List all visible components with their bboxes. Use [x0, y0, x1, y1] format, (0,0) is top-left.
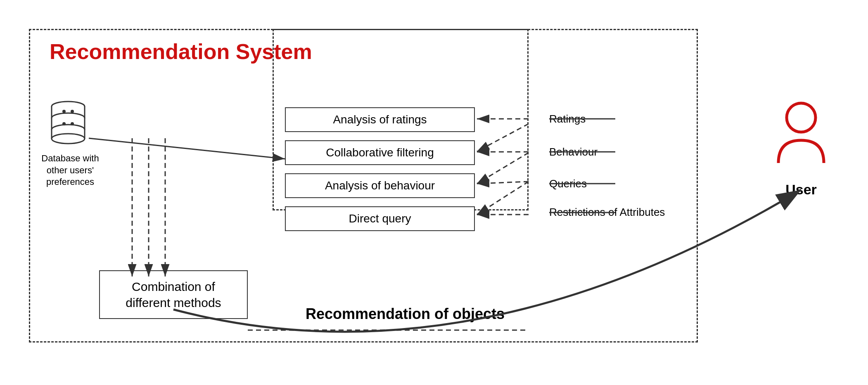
method-ratings-label: Analysis of ratings: [333, 113, 427, 126]
method-box-ratings: Analysis of ratings: [285, 107, 475, 132]
svg-point-12: [52, 134, 85, 144]
svg-point-14: [71, 110, 74, 113]
method-box-query: Direct query: [285, 206, 475, 231]
database-icon: [50, 99, 87, 146]
right-label-queries: Queries: [549, 177, 587, 190]
svg-point-15: [62, 122, 66, 125]
diagram-container: Recommendation System Da: [17, 17, 851, 367]
user-icon: [776, 99, 826, 167]
diagram-title: Recommendation System: [50, 39, 312, 64]
method-query-label: Direct query: [349, 212, 411, 225]
combination-box: Combination of different methods: [99, 270, 248, 319]
svg-point-16: [71, 122, 74, 125]
svg-point-13: [62, 110, 66, 113]
method-box-collab: Collaborative filtering: [285, 140, 475, 165]
database-label: Database with other users' preferences: [37, 153, 103, 188]
combination-label: Combination of different methods: [126, 280, 221, 309]
method-box-behaviour: Analysis of behaviour: [285, 173, 475, 198]
method-collab-label: Collaborative filtering: [326, 146, 434, 159]
right-label-restrictions: Restrictions of Attributes: [549, 205, 665, 220]
right-label-ratings: Ratings: [549, 113, 586, 125]
svg-point-17: [787, 103, 816, 132]
recommendation-label: Recommendation of objects: [306, 305, 505, 323]
method-behaviour-label: Analysis of behaviour: [325, 179, 435, 192]
right-label-behaviour: Behaviour: [549, 146, 598, 158]
user-label: User: [776, 182, 826, 198]
